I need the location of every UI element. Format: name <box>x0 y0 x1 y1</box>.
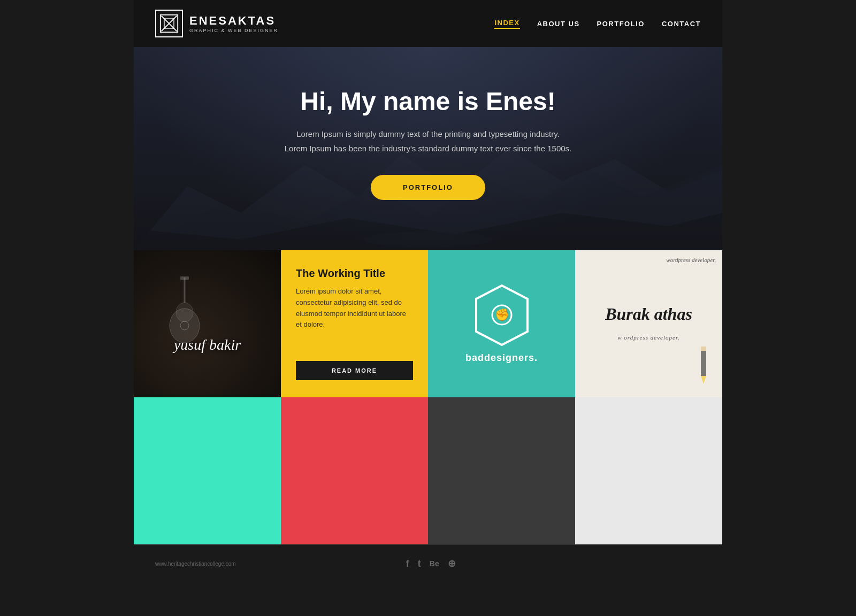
yusuf-script-text: yusuf bakir <box>174 336 241 353</box>
nav-about[interactable]: ABOUT US <box>537 20 580 28</box>
card-title: The Working Title <box>296 267 413 280</box>
card-body: Lorem ipsum dolor sit amet, consectetur … <box>296 286 413 330</box>
grid-item-yusuf[interactable]: yusuf bakir <box>134 250 281 397</box>
grid-item-charcoal[interactable] <box>428 397 575 544</box>
teal-card-label: baddesigners. <box>465 352 538 364</box>
hero-title: Hi, My name is Enes! <box>285 87 571 116</box>
hexagon-graphic: ✊ <box>475 284 529 346</box>
hero-content: Hi, My name is Enes! Lorem Ipsum is simp… <box>285 87 571 200</box>
yusuf-background <box>134 250 281 397</box>
svg-rect-11 <box>180 276 189 280</box>
logo-text: ENESAKTAS GRAPHIC & WEB DESIGNER <box>189 14 278 33</box>
svg-rect-16 <box>701 346 706 376</box>
svg-marker-17 <box>701 376 706 384</box>
read-more-button[interactable]: READ MORE <box>296 361 413 380</box>
nav-index[interactable]: INDEX <box>494 19 519 29</box>
header: ENESAKTAS GRAPHIC & WEB DESIGNER INDEX A… <box>134 0 722 47</box>
grid-item-yellow[interactable]: The Working Title Lorem ipsum dolor sit … <box>281 250 428 397</box>
social-icons-group: f t Be ⊕ <box>406 558 456 569</box>
svg-rect-18 <box>701 346 706 351</box>
yellow-card-content: The Working Title Lorem ipsum dolor sit … <box>296 267 413 330</box>
hero-subtitle: Lorem Ipsum is simply dummy text of the … <box>285 127 571 156</box>
hero-section: Hi, My name is Enes! Lorem Ipsum is simp… <box>134 47 722 250</box>
logo-brand-name: ENESAKTAS <box>189 14 278 28</box>
svg-text:✊: ✊ <box>494 307 509 322</box>
facebook-icon[interactable]: f <box>406 558 409 569</box>
nav-contact[interactable]: CONTACT <box>662 20 701 28</box>
svg-point-9 <box>176 303 193 322</box>
nav-portfolio[interactable]: PORTFOLIO <box>597 20 645 28</box>
grid-item-light[interactable] <box>575 397 722 544</box>
svg-point-7 <box>364 232 492 248</box>
grid-item-teal[interactable]: ✊ baddesigners. <box>428 250 575 397</box>
logo-tagline: GRAPHIC & WEB DESIGNER <box>189 28 278 33</box>
behance-icon[interactable]: Be <box>430 559 439 568</box>
footer: www.heritagechristiancollege.com f t Be … <box>134 544 722 582</box>
sketch-brand-text: Burak athas w ordpress developer. <box>605 303 692 345</box>
logo-area: ENESAKTAS GRAPHIC & WEB DESIGNER <box>155 10 278 37</box>
dribbble-icon[interactable]: ⊕ <box>448 558 456 569</box>
grid-item-sketch[interactable]: wordpress developer, Burak athas w ordpr… <box>575 250 722 397</box>
main-nav: INDEX ABOUT US PORTFOLIO CONTACT <box>494 19 701 29</box>
twitter-icon[interactable]: t <box>418 558 421 569</box>
footer-url: www.heritagechristiancollege.com <box>155 561 236 567</box>
grid-item-red[interactable] <box>281 397 428 544</box>
portfolio-grid: yusuf bakir The Working Title Lorem ipsu… <box>134 250 722 544</box>
hero-portfolio-button[interactable]: PORTFOLIO <box>371 175 485 200</box>
grid-item-mint[interactable] <box>134 397 281 544</box>
logo-icon <box>155 10 183 37</box>
